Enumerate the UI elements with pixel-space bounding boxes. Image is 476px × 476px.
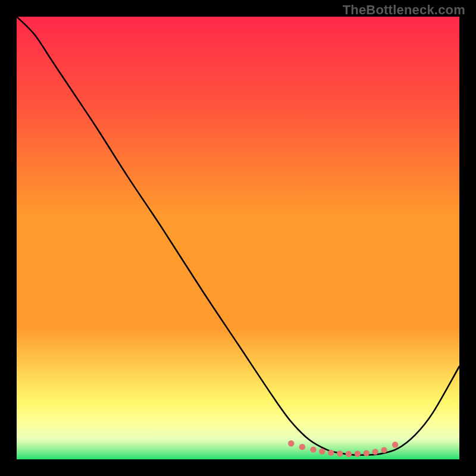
- marker-point: [310, 446, 316, 452]
- marker-point: [355, 451, 361, 457]
- chart-svg: [17, 17, 459, 459]
- watermark-text: TheBottleneck.com: [343, 2, 465, 18]
- marker-point: [346, 451, 352, 457]
- gradient-background: [17, 17, 459, 459]
- marker-point: [372, 449, 378, 455]
- marker-point: [392, 441, 398, 447]
- marker-point: [381, 447, 387, 453]
- plot-area: [17, 17, 459, 459]
- chart-frame: TheBottleneck.com: [0, 0, 476, 476]
- marker-point: [337, 450, 343, 456]
- marker-point: [328, 450, 334, 456]
- marker-point: [288, 440, 294, 446]
- marker-point: [299, 444, 305, 450]
- marker-point: [319, 448, 325, 454]
- marker-point: [364, 450, 369, 456]
